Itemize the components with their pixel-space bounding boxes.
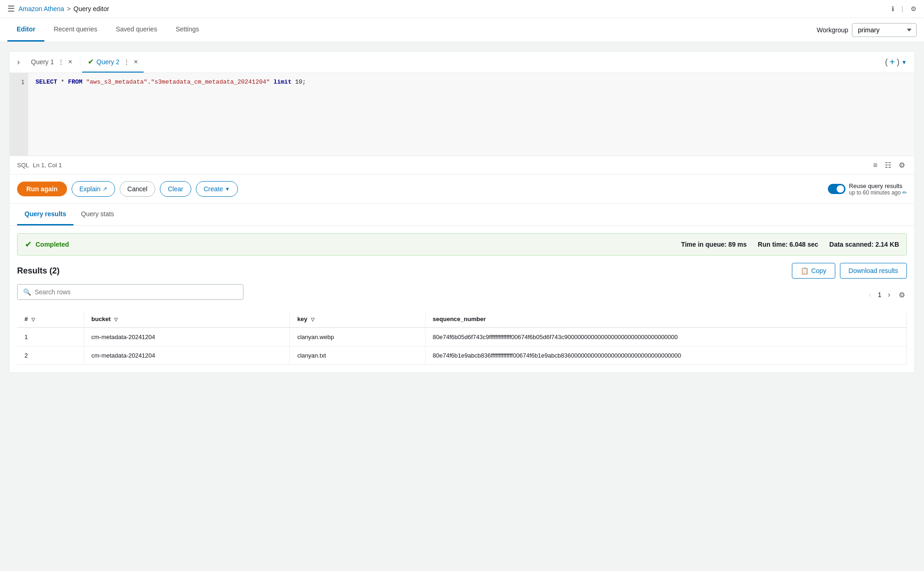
query-tab-1-label: Query 1	[31, 58, 54, 66]
content-area: › Query 1 ⋮ ✕ ✔ Query 2 ⋮ ✕ ( + ) ▼	[0, 42, 924, 391]
cursor-position: Ln 1, Col 1	[33, 162, 62, 169]
breadcrumb: Amazon Athena > Query editor	[18, 5, 109, 12]
create-button[interactable]: Create ▼	[196, 181, 238, 197]
search-pagination-row: 🔍 ‹ 1 › ⚙	[17, 284, 907, 305]
query-tab-2-check-icon: ✔	[88, 57, 94, 66]
results-section: ✔ Completed Time in queue: 89 ms Run tim…	[10, 233, 914, 372]
reuse-toggle[interactable]	[828, 184, 845, 194]
download-results-button[interactable]: Download results	[840, 263, 907, 279]
sort-icon-bucket: ▽	[114, 317, 118, 322]
search-icon: 🔍	[23, 288, 31, 296]
page-number: 1	[878, 291, 881, 298]
run-again-button[interactable]: Run again	[17, 182, 67, 196]
tab-recent-queries[interactable]: Recent queries	[44, 18, 106, 42]
cell-row1-sequence: 80e74f6b05d6f743c9ffffffffffffff00674f6b…	[425, 328, 906, 346]
create-dropdown-icon: ▼	[225, 186, 230, 192]
reuse-slider	[828, 184, 845, 194]
line-numbers: 1	[10, 73, 28, 156]
status-bar-icons: ≡ ☷ ⚙	[871, 160, 907, 170]
breadcrumb-current-page: Query editor	[73, 5, 109, 12]
tab-query-results[interactable]: Query results	[17, 204, 73, 225]
cancel-button[interactable]: Cancel	[120, 181, 156, 197]
workgroup-section: Workgroup primary	[817, 23, 917, 37]
query-tab-1-close[interactable]: ✕	[68, 59, 73, 65]
next-page-button[interactable]: ›	[885, 290, 893, 300]
time-in-queue-stat: Time in queue: 89 ms	[681, 241, 747, 248]
results-tabs: Query results Query stats	[10, 204, 914, 226]
editor-settings-icon[interactable]: ⚙	[897, 160, 907, 170]
menu-icon[interactable]: ☰	[7, 4, 15, 14]
prev-page-button[interactable]: ‹	[866, 290, 874, 300]
col-header-bucket[interactable]: bucket ▽	[84, 311, 290, 328]
workgroup-select[interactable]: primary	[852, 23, 917, 37]
pagination-settings-icon[interactable]: ⚙	[897, 290, 907, 300]
tab-query-stats[interactable]: Query stats	[73, 204, 122, 225]
copy-button[interactable]: 📋 Copy	[792, 263, 835, 279]
table-row: 1 cm-metadata-20241204 clanyan.webp 80e7…	[17, 328, 907, 346]
reuse-text-block: Reuse query results up to 60 minutes ago…	[849, 182, 907, 196]
cell-row1-bucket: cm-metadata-20241204	[84, 328, 290, 346]
table-header-row: # ▽ bucket ▽ key ▽ sequence_number	[17, 311, 907, 328]
pagination: ‹ 1 › ⚙	[866, 290, 907, 300]
settings-icon[interactable]: ⚙	[911, 5, 917, 12]
query-tab-2[interactable]: ✔ Query 2 ⋮ ✕	[82, 52, 144, 73]
sort-icon-num: ▽	[31, 317, 35, 322]
query-tab-2-close[interactable]: ✕	[134, 59, 138, 65]
copy-icon: 📋	[801, 267, 808, 274]
format-icon[interactable]: ≡	[871, 160, 879, 170]
cell-row2-num: 2	[17, 346, 84, 365]
reuse-sub-label: up to 60 minutes ago ✏	[849, 189, 907, 196]
query-tabs-bar: › Query 1 ⋮ ✕ ✔ Query 2 ⋮ ✕ ( + ) ▼	[10, 52, 914, 73]
tab-settings[interactable]: Settings	[166, 18, 208, 42]
new-tab-button[interactable]: ( + ) ▼	[885, 57, 907, 67]
query-tab-1[interactable]: Query 1 ⋮ ✕	[25, 53, 78, 72]
completed-check-icon: ✔	[25, 239, 32, 249]
results-header: Results (2) 📋 Copy Download results	[17, 263, 907, 279]
reuse-label: Reuse query results	[849, 182, 907, 189]
run-time-stat: Run time: 6.048 sec	[758, 241, 818, 248]
top-bar-icons: ℹ | ⚙	[892, 5, 917, 12]
action-bar: Run again Explain ↗ Cancel Clear Create …	[10, 175, 914, 204]
editor-card: › Query 1 ⋮ ✕ ✔ Query 2 ⋮ ✕ ( + ) ▼	[9, 51, 915, 373]
workgroup-label: Workgroup	[817, 26, 848, 34]
col-header-key[interactable]: key ▽	[290, 311, 425, 328]
col-header-sequence[interactable]: sequence_number	[425, 311, 906, 328]
query-tab-2-label: Query 2	[97, 58, 120, 66]
cell-row2-sequence: 80e74f6b1e9abcb836ffffffffffffff00674f6b…	[425, 346, 906, 365]
clear-button[interactable]: Clear	[160, 181, 191, 197]
tab-divider	[80, 58, 80, 67]
tab-saved-queries[interactable]: Saved queries	[107, 18, 167, 42]
results-title: Results (2)	[17, 266, 60, 276]
tab-editor[interactable]: Editor	[7, 18, 44, 42]
editor-language-label: SQL	[17, 162, 29, 169]
collapse-panel-icon[interactable]: ›	[17, 57, 20, 67]
query-tab-2-menu[interactable]: ⋮	[122, 58, 131, 66]
cell-row2-key: clanyan.txt	[290, 346, 425, 365]
code-editor: 1 SELECT * FROM "aws_s3_metadata"."s3met…	[10, 73, 914, 156]
results-actions: 📋 Copy Download results	[792, 263, 907, 279]
code-area[interactable]: SELECT * FROM "aws_s3_metadata"."s3metad…	[28, 73, 914, 156]
sort-icon-key: ▽	[311, 317, 315, 322]
breadcrumb-separator: >	[67, 5, 71, 12]
status-bar: SQL Ln 1, Col 1 ≡ ☷ ⚙	[10, 156, 914, 175]
external-link-icon: ↗	[103, 186, 107, 192]
query-tab-1-menu[interactable]: ⋮	[57, 58, 65, 66]
table-view-icon[interactable]: ☷	[883, 160, 893, 170]
search-box[interactable]: 🔍	[17, 284, 243, 300]
breadcrumb-app-link[interactable]: Amazon Athena	[18, 5, 64, 12]
main-tabs: Editor Recent queries Saved queries Sett…	[0, 18, 924, 42]
top-bar: ☰ Amazon Athena > Query editor ℹ | ⚙	[0, 0, 924, 18]
explain-button[interactable]: Explain ↗	[72, 181, 115, 197]
results-table: # ▽ bucket ▽ key ▽ sequence_number	[17, 311, 907, 365]
cell-row1-key: clanyan.webp	[290, 328, 425, 346]
col-header-num[interactable]: # ▽	[17, 311, 84, 328]
reuse-edit-icon[interactable]: ✏	[902, 189, 907, 196]
completed-stats: Time in queue: 89 ms Run time: 6.048 sec…	[681, 241, 899, 248]
info-icon[interactable]: ℹ	[892, 5, 894, 12]
line-number-1: 1	[13, 79, 24, 85]
completed-label: Completed	[36, 241, 69, 248]
data-scanned-stat: Data scanned: 2.14 KB	[829, 241, 899, 248]
search-input[interactable]	[35, 288, 237, 296]
cell-row2-bucket: cm-metadata-20241204	[84, 346, 290, 365]
table-row: 2 cm-metadata-20241204 clanyan.txt 80e74…	[17, 346, 907, 365]
